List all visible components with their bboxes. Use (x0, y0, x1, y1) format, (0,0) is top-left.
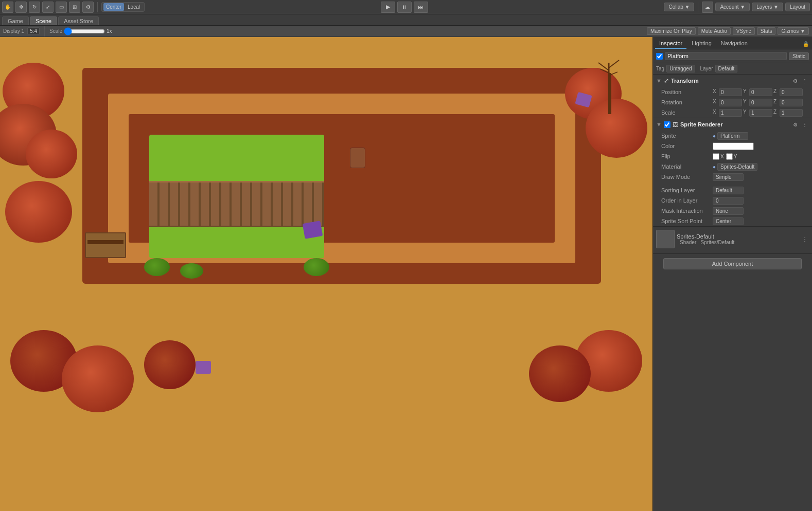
rot-x-input[interactable] (719, 99, 742, 106)
hand-tool-btn[interactable]: ✋ (2, 2, 13, 13)
color-swatch[interactable] (713, 142, 754, 150)
sprite-sort-value-group: Center (713, 217, 809, 225)
flip-label: Flip (661, 153, 713, 159)
color-value-group (713, 142, 809, 150)
separator-2 (698, 2, 698, 12)
mask-interaction-value[interactable]: None (713, 207, 744, 215)
multi-tool-btn[interactable]: ⊞ (69, 2, 80, 13)
rect-tool-btn[interactable]: ▭ (56, 2, 67, 13)
collab-btn[interactable]: Collab ▼ (664, 3, 694, 11)
game-tab[interactable]: Game (2, 16, 29, 25)
center-btn[interactable]: Center (103, 3, 124, 11)
panel-lock-btn[interactable]: 🔒 (802, 40, 810, 48)
sprite-sort-label: Sprite Sort Point (661, 218, 713, 224)
sprite-sort-value[interactable]: Center (713, 217, 744, 225)
inspector-tab[interactable]: Inspector (655, 39, 686, 49)
flip-y-text: Y (734, 154, 737, 159)
top-toolbar: ✋ ✥ ↻ ⤢ ▭ ⊞ ⚙ Center Local ▶ ⏸ ⏭ Collab … (0, 0, 812, 14)
local-btn[interactable]: Local (125, 3, 143, 11)
static-btn[interactable]: Static (789, 52, 809, 60)
mute-audio-btn[interactable]: Mute Audio (698, 27, 731, 35)
move-tool-btn[interactable]: ✥ (15, 2, 27, 13)
material-name[interactable]: Sprites-Default (677, 233, 734, 240)
play-controls: ▶ ⏸ ⏭ (381, 2, 428, 13)
maximize-on-play-btn[interactable]: Maximize On Play (647, 27, 696, 35)
draw-mode-value[interactable]: Simple (713, 173, 744, 181)
cloud-btn[interactable]: ☁ (702, 2, 713, 13)
scene-tab[interactable]: Scene (30, 16, 57, 25)
scale-y-label: Y (743, 109, 748, 117)
step-btn[interactable]: ⏭ (414, 2, 428, 13)
secondary-toolbar: Display 1 5:4 Scale 1x Maximize On Play … (0, 26, 812, 37)
tag-value[interactable]: Untagged (666, 65, 695, 72)
account-btn[interactable]: Account ▼ (715, 3, 750, 11)
scale-z-input[interactable] (780, 109, 803, 117)
layers-btn[interactable]: Layers ▼ (752, 3, 783, 11)
scale-slider: Scale 1x (49, 27, 112, 35)
scale-z-label: Z (773, 109, 779, 117)
scale-y-input[interactable] (749, 109, 772, 117)
order-in-layer-value[interactable]: 0 (713, 197, 744, 205)
rotation-row: Rotation X Y Z (653, 97, 812, 107)
display-value: 5:4 (27, 27, 40, 35)
layer-value[interactable]: Default (715, 65, 738, 72)
sr-settings-btn[interactable]: ⚙ (791, 120, 799, 129)
scene-canvas (0, 37, 652, 511)
flip-y-checkbox[interactable] (726, 153, 733, 160)
tag-layer-row: Tag Untagged Layer Default (653, 63, 812, 75)
tree-6 (586, 99, 647, 158)
object-name-input[interactable]: Platform (665, 52, 787, 60)
add-component-btn[interactable]: Add Component (663, 258, 802, 269)
mask-interaction-row: Mask Interaction None (653, 206, 812, 216)
scale-x-input[interactable] (719, 109, 742, 117)
sprite-value[interactable]: Platform (717, 132, 748, 140)
scale-label: Scale (49, 28, 62, 34)
material-circle-icon: ● (713, 164, 716, 170)
transform-icon: ⤢ (664, 77, 669, 84)
sorting-layer-value[interactable]: Default (713, 187, 744, 194)
pause-btn[interactable]: ⏸ (397, 2, 412, 13)
viewport[interactable] (0, 37, 652, 511)
sr-more-btn[interactable]: ⋮ (801, 120, 809, 129)
asset-store-tab[interactable]: Asset Store (58, 16, 99, 25)
color-row: Color (653, 141, 812, 151)
stats-btn[interactable]: Stats (757, 27, 776, 35)
scale-range-input[interactable] (64, 27, 105, 35)
material-value[interactable]: Sprites-Default (717, 163, 757, 171)
pos-x-input[interactable] (719, 88, 742, 96)
transform-settings-btn[interactable]: ⚙ (791, 77, 799, 85)
lighting-tab[interactable]: Lighting (687, 39, 716, 49)
material-label: Material (661, 163, 713, 170)
material-preview (656, 230, 675, 248)
draw-mode-row: Draw Mode Simple (653, 172, 812, 182)
rotation-label: Rotation (661, 99, 713, 105)
material-expand-btn[interactable]: ⋮ (801, 235, 809, 243)
play-btn[interactable]: ▶ (381, 2, 395, 13)
sr-enabled-checkbox[interactable] (664, 121, 670, 128)
pos-y-input[interactable] (749, 88, 772, 96)
rot-z-input[interactable] (780, 99, 803, 106)
rotate-tool-btn[interactable]: ↻ (29, 2, 40, 13)
custom-tool-btn[interactable]: ⚙ (82, 2, 94, 13)
pos-z-input[interactable] (780, 88, 803, 96)
sprite-circle-icon: ● (713, 133, 716, 139)
sprite-renderer-header[interactable]: ▼ 🖼 Sprite Renderer ⚙ ⋮ (653, 118, 812, 131)
bench-seat (87, 240, 123, 244)
sr-expand-icon: ▼ (656, 121, 662, 127)
object-enabled-checkbox[interactable] (656, 53, 663, 60)
sr-title: Sprite Renderer (680, 121, 723, 127)
scale-tool-btn[interactable]: ⤢ (42, 2, 54, 13)
shader-label: Shader (680, 240, 696, 245)
vsync-btn[interactable]: VSync (733, 27, 755, 35)
tree-8 (62, 345, 134, 412)
order-in-layer-value-group: 0 (713, 197, 809, 205)
transform-more-btn[interactable]: ⋮ (801, 77, 809, 85)
sr-icon: 🖼 (673, 121, 678, 127)
transform-header[interactable]: ▼ ⤢ Transform ⚙ ⋮ (653, 75, 812, 87)
layout-btn[interactable]: Layout (785, 3, 810, 11)
flip-x-checkbox[interactable] (713, 153, 719, 160)
gizmos-btn[interactable]: Gizmos ▼ (778, 27, 809, 35)
sorting-layer-label: Sorting Layer (661, 187, 713, 193)
rot-y-input[interactable] (749, 99, 772, 106)
navigation-tab[interactable]: Navigation (717, 39, 752, 49)
